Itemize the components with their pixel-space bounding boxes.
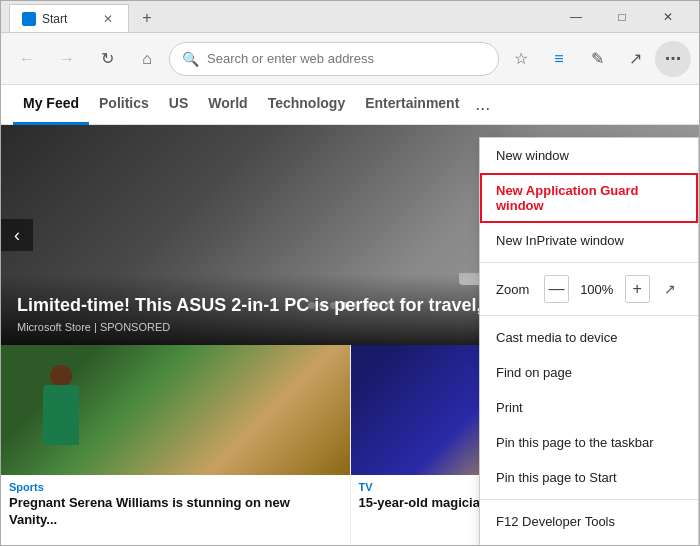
menu-item-print[interactable]: Print	[480, 390, 698, 425]
new-tab-button[interactable]: +	[133, 4, 161, 32]
menu-divider-3	[480, 499, 698, 500]
back-button[interactable]: ←	[9, 41, 45, 77]
address-input[interactable]	[207, 51, 486, 66]
dropdown-menu: New window New Application Guard window …	[479, 137, 699, 545]
zoom-value: 100%	[577, 282, 617, 297]
nav-bar: ← → ↻ ⌂ 🔍 ☆ ≡ ✎ ↗ ···	[1, 33, 699, 85]
serena-head	[50, 365, 72, 387]
news-card-sports-image	[1, 345, 350, 475]
menu-divider-2	[480, 315, 698, 316]
feed-tabs-more-button[interactable]: ...	[469, 94, 496, 115]
refresh-button[interactable]: ↻	[89, 41, 125, 77]
zoom-label: Zoom	[496, 282, 536, 297]
forward-button[interactable]: →	[49, 41, 85, 77]
feed-nav: My Feed Politics US World Technology Ent…	[1, 85, 699, 125]
menu-item-cast[interactable]: Cast media to device	[480, 320, 698, 355]
search-icon: 🔍	[182, 51, 199, 67]
serena-figure	[31, 365, 91, 475]
close-button[interactable]: ✕	[645, 1, 691, 33]
news-card-title-0: Pregnant Serena Williams is stunning on …	[1, 495, 350, 529]
window-controls: — □ ✕	[553, 1, 691, 33]
feed-tab-technology[interactable]: Technology	[258, 85, 356, 125]
home-button[interactable]: ⌂	[129, 41, 165, 77]
address-bar[interactable]: 🔍	[169, 42, 499, 76]
tab-title: Start	[42, 12, 94, 26]
menu-divider-1	[480, 262, 698, 263]
menu-item-f12[interactable]: F12 Developer Tools	[480, 504, 698, 539]
content-area: My Feed Politics US World Technology Ent…	[1, 85, 699, 545]
browser-tab[interactable]: Start ✕	[9, 4, 129, 32]
zoom-expand-button[interactable]: ↗	[658, 275, 683, 303]
zoom-out-button[interactable]: —	[544, 275, 569, 303]
feed-tab-politics[interactable]: Politics	[89, 85, 159, 125]
nav-right-buttons: ☆ ≡ ✎ ↗ ···	[503, 41, 691, 77]
menu-item-new-window[interactable]: New window	[480, 138, 698, 173]
minimize-button[interactable]: —	[553, 1, 599, 33]
menu-zoom-control: Zoom — 100% + ↗	[480, 267, 698, 311]
menu-item-find[interactable]: Find on page	[480, 355, 698, 390]
serena-body	[43, 385, 79, 445]
tab-bar: Start ✕ +	[9, 1, 553, 32]
feed-tab-entertainment[interactable]: Entertainment	[355, 85, 469, 125]
favorites-button[interactable]: ☆	[503, 41, 539, 77]
menu-item-app-guard[interactable]: New Application Guard window	[480, 173, 698, 223]
menu-item-ie: Open with Internet Explorer	[480, 539, 698, 545]
browser-window: Start ✕ + — □ ✕ ← → ↻ ⌂ 🔍 ☆ ≡ ✎ ↗ ···	[0, 0, 700, 546]
feed-tab-us[interactable]: US	[159, 85, 198, 125]
maximize-button[interactable]: □	[599, 1, 645, 33]
news-card-sports[interactable]: Sports Pregnant Serena Williams is stunn…	[1, 345, 351, 545]
feed-tab-myfeed[interactable]: My Feed	[13, 85, 89, 125]
more-button[interactable]: ···	[655, 41, 691, 77]
menu-item-inprivate[interactable]: New InPrivate window	[480, 223, 698, 258]
news-card-category-0: Sports	[1, 475, 350, 495]
hub-button[interactable]: ≡	[541, 41, 577, 77]
share-button[interactable]: ↗	[617, 41, 653, 77]
tab-favicon	[22, 12, 36, 26]
title-bar: Start ✕ + — □ ✕	[1, 1, 699, 33]
feed-tab-world[interactable]: World	[198, 85, 257, 125]
zoom-in-button[interactable]: +	[625, 275, 650, 303]
notes-button[interactable]: ✎	[579, 41, 615, 77]
hero-arrow-left[interactable]: ‹	[1, 219, 33, 251]
menu-item-pin-taskbar[interactable]: Pin this page to the taskbar	[480, 425, 698, 460]
tab-close-button[interactable]: ✕	[100, 11, 116, 27]
menu-item-pin-start[interactable]: Pin this page to Start	[480, 460, 698, 495]
